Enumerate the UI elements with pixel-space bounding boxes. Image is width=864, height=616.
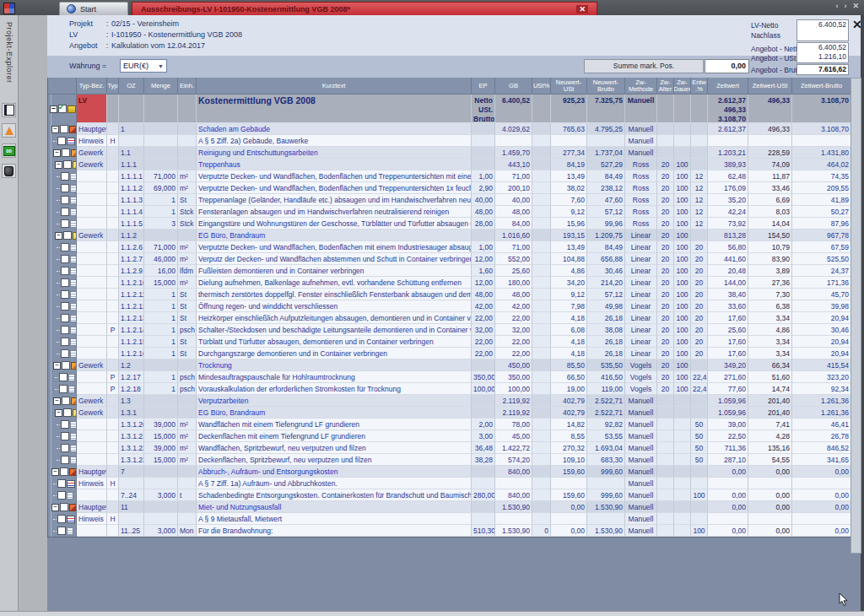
table-row[interactable]: 11..253,000MonFür die Brandwohnung:510,3…: [48, 525, 851, 537]
table-row[interactable]: −LVKostenermittlung VGB 2008Netto USt. B…: [48, 95, 851, 123]
table-row[interactable]: 1.1.2.916,00lfdmFußleisten demontieren u…: [48, 265, 851, 277]
column-header-zw_alter[interactable]: Zw-Alter: [657, 78, 674, 95]
column-header-entw[interactable]: Entw .%: [691, 78, 708, 95]
table-row[interactable]: 1.1.2.746,000m²Verputz der Decken- und W…: [48, 253, 851, 265]
nav-forward-icon[interactable]: ›: [844, 2, 846, 10]
row-checkbox[interactable]: [61, 290, 69, 299]
table-row[interactable]: −Gewerk1.1.2EG Büro, Brandraum1.016,6019…: [48, 230, 851, 241]
row-checkbox[interactable]: [59, 385, 68, 393]
expand-toggle[interactable]: −: [55, 232, 62, 240]
table-row[interactable]: HinweisHA § 7 Ziff. 1a) Aufräum- und Abb…: [48, 478, 851, 489]
column-header-ep[interactable]: EP: [472, 78, 495, 95]
summary-close-icon[interactable]: ✕: [852, 19, 862, 30]
table-row[interactable]: 1.1.1.269,000m²Verputzte Decken- und Wan…: [48, 182, 851, 194]
table-row[interactable]: 7..243,000tSchadenbedingte Entsorgungsko…: [48, 489, 851, 501]
row-checkbox[interactable]: [61, 349, 69, 358]
column-header-zw_dauer[interactable]: Zw-Dauer: [674, 78, 691, 95]
table-row[interactable]: HinweisHA § 5 Ziff. 2a) Gebäude, Bauwerk…: [48, 135, 851, 147]
expand-toggle[interactable]: −: [55, 161, 62, 169]
ink-button[interactable]: [2, 164, 16, 178]
table-row[interactable]: 1.1.2.1015,000m²Dielung aufnehmen, Balke…: [48, 277, 851, 289]
row-checkbox[interactable]: [60, 503, 68, 511]
column-header-gb[interactable]: GB: [495, 78, 532, 95]
row-checkbox[interactable]: [63, 160, 72, 169]
table-row[interactable]: −Hauptgewerk7Abbruch-, Aufräum- und Ents…: [48, 466, 851, 478]
row-checkbox[interactable]: [60, 125, 68, 133]
row-checkbox[interactable]: [57, 527, 66, 535]
tab-active-document[interactable]: Ausschreibungs-LV I-101950-Kostenermittl…: [132, 2, 597, 15]
row-checkbox[interactable]: [60, 467, 68, 476]
column-header-zw_methode[interactable]: Zw-Methode: [625, 78, 657, 95]
table-row[interactable]: 1.1.1.31StTreppenanlage (Geländer, Handl…: [48, 194, 851, 206]
angebot-netto-ust-box[interactable]: 6.400,52 1.216,10: [796, 42, 849, 63]
row-checkbox[interactable]: [57, 491, 66, 500]
row-checkbox[interactable]: [61, 267, 69, 275]
row-checkbox[interactable]: [61, 326, 69, 334]
table-row[interactable]: HinweisHA § 9 Mietausfall, MietwertManue…: [48, 513, 851, 525]
table-row[interactable]: P1.2.171pschMindesauftragspauschale für …: [48, 371, 851, 383]
table-row[interactable]: −Hauptgewerk1Schaden am Gebäude4.029,627…: [48, 123, 851, 135]
table-row[interactable]: −Gewerk1.3.1EG Büro, Brandraum2.119,9240…: [48, 407, 851, 419]
table-row[interactable]: 1.1.1.53StckEingangstüre und Wohnungstür…: [48, 218, 851, 230]
column-header-neuwert_brutto[interactable]: Neuwert-Brutto: [587, 78, 625, 95]
table-row[interactable]: P1.1.2.141pschSchalter-/Steckdosen und b…: [48, 324, 851, 336]
table-row[interactable]: 1.3.1.2315,000m²Deckenflächen, Spritzbew…: [48, 454, 851, 466]
column-header-ust[interactable]: USt%: [532, 78, 551, 95]
row-checkbox[interactable]: [61, 243, 69, 251]
sum-marked-positions-button[interactable]: Summe mark. Pos.: [584, 59, 704, 73]
tab-start[interactable]: Start: [59, 2, 128, 15]
tab-close-icon[interactable]: ✕: [576, 5, 588, 14]
table-row[interactable]: −Gewerk1.1Reinigung und Entschuttungsarb…: [48, 147, 851, 159]
lv-netto-box[interactable]: 6.400,52: [796, 19, 849, 41]
expand-toggle[interactable]: −: [53, 362, 61, 370]
expand-toggle[interactable]: −: [53, 397, 61, 405]
calculation-button[interactable]: 00: [2, 143, 16, 158]
table-row[interactable]: 1.1.2.161StDurchgangszarge demontieren u…: [48, 348, 851, 359]
row-checkbox[interactable]: [61, 444, 69, 452]
table-row[interactable]: −Gewerk1.1.1Treppenhaus443,1084,19527,29…: [48, 159, 851, 170]
column-header-oz[interactable]: OZ: [119, 78, 144, 95]
table-row[interactable]: 1.3.1.2039,000m²Wandflächen mit einem Ti…: [48, 419, 851, 430]
table-row[interactable]: 1.1.1.41StckFensteranlagen absaugen und …: [48, 206, 851, 218]
table-row[interactable]: 1.1.2.151StTürblatt und Türfutter absaug…: [48, 336, 851, 348]
table-row[interactable]: 1.1.2.121StÖffnung regen- und winddicht …: [48, 300, 851, 312]
sidebar-title[interactable]: Projekt-Explorer: [5, 22, 14, 98]
row-checkbox[interactable]: [61, 420, 69, 429]
marker-button[interactable]: [2, 123, 16, 138]
column-header-zeitwert[interactable]: Zeitwert: [708, 78, 748, 95]
row-checkbox[interactable]: [61, 208, 69, 216]
expand-toggle[interactable]: −: [50, 105, 57, 113]
expand-toggle[interactable]: −: [51, 468, 59, 476]
table-row[interactable]: −Hauptgewerk11Miet- und Nutzungsausfall1…: [48, 501, 851, 513]
lv-report-button[interactable]: [2, 103, 16, 117]
row-checkbox[interactable]: [61, 255, 69, 263]
row-checkbox[interactable]: [61, 278, 69, 287]
row-checkbox[interactable]: [62, 361, 70, 370]
expand-toggle[interactable]: −: [55, 409, 62, 417]
row-checkbox[interactable]: [61, 456, 69, 464]
row-checkbox[interactable]: [62, 397, 70, 405]
vertical-scrollbar[interactable]: [850, 78, 861, 554]
angebot-brutto-box[interactable]: 7.616,62: [796, 64, 849, 75]
row-checkbox[interactable]: [59, 373, 68, 381]
column-header-neuwert_ust[interactable]: Neuwert-USt: [551, 78, 587, 95]
row-checkbox[interactable]: [57, 137, 66, 145]
column-header-zeitwert_brutto[interactable]: Zeitwert-Brutto: [792, 78, 851, 95]
expand-toggle[interactable]: −: [51, 504, 59, 511]
row-checkbox[interactable]: [57, 515, 66, 523]
table-row[interactable]: −Gewerk1.2Trocknung450,0085,50535,50Voge…: [48, 359, 851, 371]
sum-marked-positions-value[interactable]: 0,00: [705, 59, 749, 73]
row-checkbox[interactable]: [63, 408, 72, 417]
row-checkbox[interactable]: [58, 105, 67, 113]
table-row[interactable]: 1.1.1.171,000m²Verputzte Decken- und Wan…: [48, 170, 851, 182]
row-checkbox[interactable]: [61, 338, 69, 346]
table-row[interactable]: 1.3.1.2115,000m²Deckenflächen mit einem …: [48, 430, 851, 442]
table-row[interactable]: 1.1.2.671,000m²Verputzte Decken- und Wan…: [48, 241, 851, 253]
row-checkbox[interactable]: [61, 196, 69, 204]
row-checkbox[interactable]: [61, 432, 69, 440]
table-row[interactable]: 1.1.2.131StHeizkörper einschließlich Auf…: [48, 312, 851, 324]
expand-toggle[interactable]: −: [53, 149, 61, 157]
row-checkbox[interactable]: [63, 231, 72, 240]
row-checkbox[interactable]: [57, 479, 66, 488]
column-header-typ[interactable]: Typ: [107, 78, 119, 95]
